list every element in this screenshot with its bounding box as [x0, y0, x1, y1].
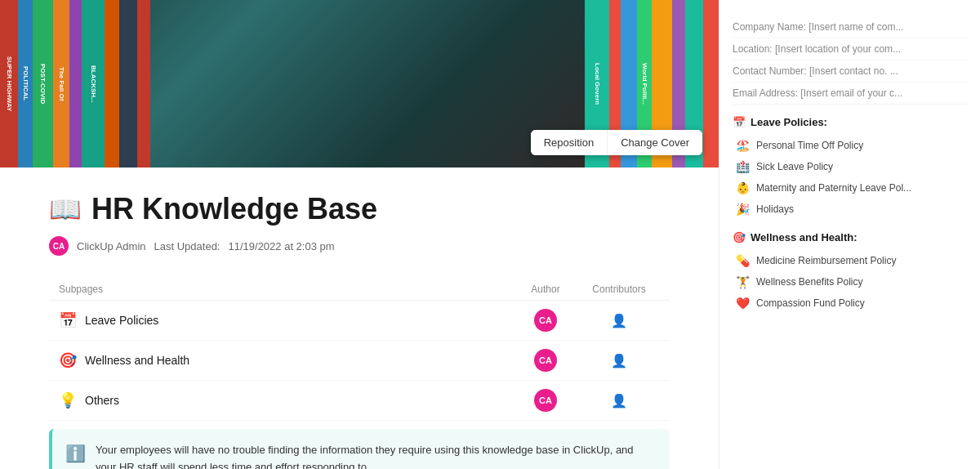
subpage-row-author: CA: [513, 349, 578, 372]
sidebar-item[interactable]: 👶 Maternity and Paternity Leave Pol...: [733, 177, 967, 199]
sidebar-item-label: Wellness Benefits Policy: [756, 276, 863, 288]
sidebar-item-icon: 👶: [736, 181, 750, 194]
page-title: HR Knowledge Base: [91, 192, 377, 226]
sidebar-item[interactable]: 💊 Medicine Reimbursement Policy: [733, 250, 967, 271]
subpage-row-contributors: 👤: [578, 393, 660, 409]
last-updated-label: Last Updated:: [154, 240, 220, 252]
section-icon: 📅: [733, 116, 746, 128]
reposition-button[interactable]: Reposition: [531, 130, 608, 155]
sidebar-item[interactable]: 🎉 Holidays: [733, 199, 967, 220]
subpage-row-icon: 💡: [59, 391, 77, 409]
subpage-row-contributors: 👤: [578, 313, 660, 328]
author-avatar: CA: [534, 389, 557, 412]
sidebar-item-icon: 🏋️: [736, 275, 750, 288]
author-avatar: CA: [534, 309, 557, 332]
book-spine: SUPER HIGHWAY: [0, 0, 18, 168]
page-body: 📖 HR Knowledge Base CA ClickUp Admin Las…: [0, 168, 719, 469]
info-box-text: Your employees will have no trouble find…: [96, 442, 657, 469]
sidebar-item-label: Holidays: [756, 203, 794, 215]
sidebar-item-label: Compassion Fund Policy: [756, 297, 865, 309]
book-spine: POST-COVID: [33, 0, 53, 168]
sidebar-section: 🎯Wellness and Health: 💊 Medicine Reimbur…: [733, 231, 967, 314]
sidebar-item-icon: 🏥: [736, 160, 750, 173]
sidebar-section-title: 📅Leave Policies:: [733, 116, 967, 128]
sidebar-fields: Company Name: [Insert name of com...Loca…: [733, 16, 967, 105]
subpage-row-author: CA: [513, 309, 578, 332]
book-spine: The Fall Of: [53, 0, 69, 168]
sidebar-item[interactable]: 🏥 Sick Leave Policy: [733, 156, 967, 177]
subpage-row-icon: 🎯: [59, 351, 77, 369]
author-avatar: CA: [534, 349, 557, 372]
sidebar-field: Email Address: [Insert email of your c..…: [733, 83, 967, 105]
page-icon: 📖: [49, 194, 82, 225]
section-label: Wellness and Health:: [751, 231, 858, 243]
sidebar-item-label: Medicine Reimbursement Policy: [756, 255, 896, 266]
author-name: ClickUp Admin: [77, 240, 146, 252]
sidebar-item-icon: 🏖️: [736, 139, 750, 152]
subpage-row-name: Others: [85, 394, 513, 407]
col-author-label: Author: [513, 284, 578, 295]
sidebar-item-label: Sick Leave Policy: [756, 161, 833, 172]
book-spine: [137, 0, 150, 168]
sidebar-field: Location: [Insert location of your com..…: [733, 38, 967, 60]
sidebar-section-title: 🎯Wellness and Health:: [733, 231, 967, 243]
main-content: SUPER HIGHWAY POLITICAL POST-COVID The F…: [0, 0, 719, 469]
contributor-icon: 👤: [611, 353, 627, 368]
book-spine: POLITICAL: [18, 0, 33, 168]
contributor-icon: 👤: [611, 313, 627, 328]
book-spine: BLACKSH...: [82, 0, 105, 168]
subpages-list: 📅 Leave Policies CA 👤 🎯 Wellness and Hea…: [49, 301, 670, 421]
subpage-row-icon: 📅: [59, 311, 77, 329]
sidebar-item[interactable]: ❤️ Compassion Fund Policy: [733, 293, 967, 314]
sidebar-sections: 📅Leave Policies: 🏖️ Personal Time Off Po…: [733, 116, 967, 314]
section-label: Leave Policies:: [751, 116, 827, 128]
right-sidebar: Company Name: [Insert name of com...Loca…: [719, 0, 980, 469]
subpage-row[interactable]: 🎯 Wellness and Health CA 👤: [49, 341, 670, 381]
info-box: ℹ️ Your employees will have no trouble f…: [49, 429, 670, 469]
sidebar-section: 📅Leave Policies: 🏖️ Personal Time Off Po…: [733, 116, 967, 220]
sidebar-field: Contact Number: [Insert contact no. ...: [733, 60, 967, 83]
sidebar-item-icon: ❤️: [736, 297, 750, 310]
cover-image: SUPER HIGHWAY POLITICAL POST-COVID The F…: [0, 0, 719, 168]
subpage-row-contributors: 👤: [578, 353, 660, 368]
col-subpages-label: Subpages: [59, 284, 513, 295]
subpages-header: Subpages Author Contributors: [49, 279, 670, 301]
last-updated-value: 11/19/2022 at 2:03 pm: [228, 240, 334, 252]
subpage-row[interactable]: 💡 Others CA 👤: [49, 381, 670, 421]
page-meta: CA ClickUp Admin Last Updated: 11/19/202…: [49, 236, 670, 256]
section-icon: 🎯: [733, 231, 746, 243]
sidebar-item-icon: 💊: [736, 254, 750, 267]
sidebar-item-label: Personal Time Off Policy: [756, 140, 863, 151]
info-icon: ℹ️: [65, 444, 86, 469]
sidebar-item-icon: 🎉: [736, 203, 750, 216]
subpage-row-name: Wellness and Health: [85, 354, 513, 367]
book-spine: [119, 0, 137, 168]
sidebar-field: Company Name: [Insert name of com...: [733, 16, 967, 38]
subpage-row-name: Leave Policies: [85, 314, 513, 327]
cover-actions: Reposition Change Cover: [531, 130, 702, 155]
sidebar-item[interactable]: 🏖️ Personal Time Off Policy: [733, 135, 967, 156]
sidebar-item-label: Maternity and Paternity Leave Pol...: [756, 182, 911, 194]
book-spine: [69, 0, 82, 168]
col-contributors-label: Contributors: [578, 284, 660, 295]
book-spine: [703, 0, 719, 168]
page-title-row: 📖 HR Knowledge Base: [49, 192, 670, 226]
subpage-row[interactable]: 📅 Leave Policies CA 👤: [49, 301, 670, 341]
subpage-row-author: CA: [513, 389, 578, 412]
change-cover-button[interactable]: Change Cover: [608, 130, 702, 155]
contributor-icon: 👤: [611, 393, 627, 409]
sidebar-item[interactable]: 🏋️ Wellness Benefits Policy: [733, 271, 967, 293]
author-avatar: CA: [49, 236, 69, 256]
book-spine: [105, 0, 119, 168]
